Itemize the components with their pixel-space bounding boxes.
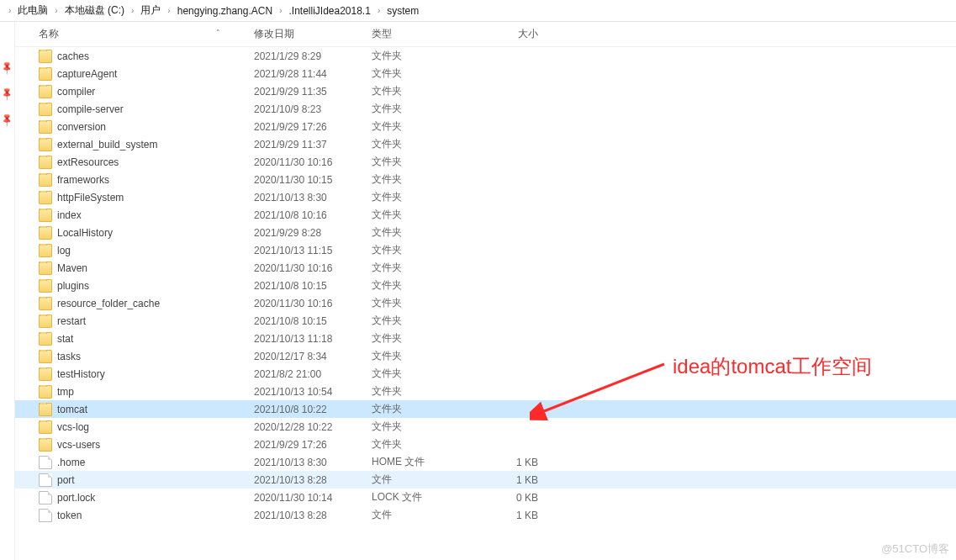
cell-type: 文件夹 — [372, 208, 479, 222]
table-row[interactable]: frameworks2020/11/30 10:15文件夹 — [15, 171, 956, 188]
column-header-label: 名称 — [39, 28, 59, 40]
column-header-size[interactable]: 大小 — [479, 27, 547, 41]
file-icon — [39, 456, 52, 469]
table-row[interactable]: conversion2021/9/29 17:26文件夹 — [15, 118, 956, 135]
folder-icon — [39, 297, 52, 310]
table-row[interactable]: external_build_system2021/9/29 11:37文件夹 — [15, 135, 956, 153]
file-icon — [39, 509, 52, 522]
cell-date: 2021/8/2 21:00 — [254, 368, 372, 380]
breadcrumb-item[interactable]: hengying.zhang.ACN — [174, 5, 276, 17]
pin-icon[interactable]: 📌 — [0, 111, 16, 129]
table-row[interactable]: index2021/10/8 10:16文件夹 — [15, 206, 956, 224]
cell-name: frameworks — [39, 173, 254, 187]
cell-date: 2020/11/30 10:16 — [254, 156, 372, 168]
table-row[interactable]: .home2021/10/13 8:30HOME 文件1 KB — [15, 453, 956, 471]
folder-icon — [39, 226, 52, 240]
table-row[interactable]: Maven2020/11/30 10:16文件夹 — [15, 259, 956, 277]
table-row[interactable]: port2021/10/13 8:28文件1 KB — [15, 471, 956, 489]
cell-name: caches — [39, 50, 254, 63]
quick-access-strip: 📌 📌 📌 — [0, 22, 15, 560]
table-row[interactable]: port.lock2020/11/30 10:14LOCK 文件0 KB — [15, 489, 956, 506]
cell-date: 2021/9/29 11:37 — [254, 139, 372, 151]
table-row[interactable]: token2021/10/13 8:28文件1 KB — [15, 506, 956, 524]
cell-type: LOCK 文件 — [372, 490, 479, 505]
folder-icon — [39, 262, 52, 275]
breadcrumb-item[interactable]: system — [383, 5, 422, 17]
table-row[interactable]: LocalHistory2021/9/29 8:28文件夹 — [15, 224, 956, 241]
column-header-date[interactable]: 修改日期 — [254, 27, 372, 41]
table-row[interactable]: compile-server2021/10/9 8:23文件夹 — [15, 100, 956, 118]
cell-type: 文件夹 — [372, 190, 479, 204]
table-row[interactable]: testHistory2021/8/2 21:00文件夹 — [15, 365, 956, 383]
file-rows: caches2021/1/29 8:29文件夹captureAgent2021/… — [15, 47, 956, 524]
table-row[interactable]: captureAgent2021/9/28 11:44文件夹 — [15, 65, 956, 82]
file-name: vcs-users — [57, 439, 100, 451]
cell-name: tomcat — [39, 403, 254, 416]
chevron-right-icon: › — [5, 6, 14, 15]
cell-name: .home — [39, 456, 254, 469]
cell-date: 2021/10/9 8:23 — [254, 103, 372, 115]
file-name: stat — [57, 333, 73, 345]
cell-type: 文件夹 — [372, 314, 479, 328]
chevron-right-icon: › — [128, 6, 137, 15]
folder-icon — [39, 367, 52, 381]
cell-date: 2021/10/13 8:28 — [254, 510, 372, 521]
table-row[interactable]: stat2021/10/13 11:18文件夹 — [15, 330, 956, 347]
column-header-name[interactable]: 名称 ˄ — [39, 27, 254, 41]
cell-name: vcs-users — [39, 438, 254, 452]
breadcrumb-item[interactable]: 用户 — [137, 3, 164, 18]
folder-icon — [39, 403, 52, 416]
cell-date: 2021/9/29 8:28 — [254, 227, 372, 239]
table-row[interactable]: plugins2021/10/8 10:15文件夹 — [15, 277, 956, 294]
table-row[interactable]: vcs-log2020/12/28 10:22文件夹 — [15, 418, 956, 436]
cell-type: 文件夹 — [372, 296, 479, 310]
cell-date: 2021/10/13 10:54 — [254, 386, 372, 398]
table-row[interactable]: vcs-users2021/9/29 17:26文件夹 — [15, 436, 956, 453]
cell-type: 文件夹 — [372, 420, 479, 434]
breadcrumb-item[interactable]: 此电脑 — [14, 3, 51, 18]
folder-icon — [39, 385, 52, 399]
breadcrumb-item[interactable]: 本地磁盘 (C:) — [61, 3, 128, 18]
cell-date: 2021/10/13 11:18 — [254, 333, 372, 345]
cell-date: 2020/11/30 10:14 — [254, 492, 372, 504]
cell-name: restart — [39, 314, 254, 328]
file-name: caches — [57, 50, 89, 62]
pin-icon[interactable]: 📌 — [0, 85, 16, 103]
file-name: conversion — [57, 121, 106, 133]
table-row[interactable]: tomcat2021/10/8 10:22文件夹 — [15, 400, 956, 418]
cell-date: 2021/1/29 8:29 — [254, 50, 372, 62]
file-icon — [39, 473, 52, 487]
table-row[interactable]: caches2021/1/29 8:29文件夹 — [15, 47, 956, 65]
file-list-pane: 名称 ˄ 修改日期 类型 大小 caches2021/1/29 8:29文件夹c… — [15, 22, 956, 560]
cell-name: resource_folder_cache — [39, 297, 254, 310]
cell-type: 文件夹 — [372, 384, 479, 399]
cell-type: 文件夹 — [372, 331, 479, 346]
breadcrumb-item[interactable]: .IntelliJIdea2018.1 — [285, 5, 373, 17]
cell-date: 2021/10/8 10:16 — [254, 209, 372, 221]
cell-date: 2021/9/28 11:44 — [254, 68, 372, 80]
cell-name: vcs-log — [39, 420, 254, 434]
file-name: compile-server — [57, 103, 124, 115]
folder-icon — [39, 85, 52, 98]
table-row[interactable]: extResources2020/11/30 10:16文件夹 — [15, 153, 956, 171]
file-name: restart — [57, 315, 86, 327]
column-header-type[interactable]: 类型 — [372, 27, 479, 41]
cell-name: testHistory — [39, 367, 254, 381]
cell-size: 1 KB — [479, 457, 547, 468]
cell-size: 1 KB — [479, 474, 547, 486]
cell-date: 2021/10/8 10:15 — [254, 280, 372, 292]
folder-icon — [39, 173, 52, 187]
chevron-right-icon: › — [374, 6, 383, 15]
table-row[interactable]: resource_folder_cache2020/11/30 10:16文件夹 — [15, 294, 956, 312]
table-row[interactable]: httpFileSystem2021/10/13 8:30文件夹 — [15, 188, 956, 206]
table-row[interactable]: restart2021/10/8 10:15文件夹 — [15, 312, 956, 330]
table-row[interactable]: compiler2021/9/29 11:35文件夹 — [15, 82, 956, 100]
table-row[interactable]: tmp2021/10/13 10:54文件夹 — [15, 383, 956, 400]
pin-icon[interactable]: 📌 — [0, 59, 16, 77]
file-name: testHistory — [57, 368, 105, 380]
address-bar[interactable]: › 此电脑 › 本地磁盘 (C:) › 用户 › hengying.zhang.… — [0, 0, 956, 22]
folder-icon — [39, 50, 52, 63]
table-row[interactable]: tasks2020/12/17 8:34文件夹 — [15, 347, 956, 365]
folder-icon — [39, 191, 52, 204]
table-row[interactable]: log2021/10/13 11:15文件夹 — [15, 241, 956, 259]
